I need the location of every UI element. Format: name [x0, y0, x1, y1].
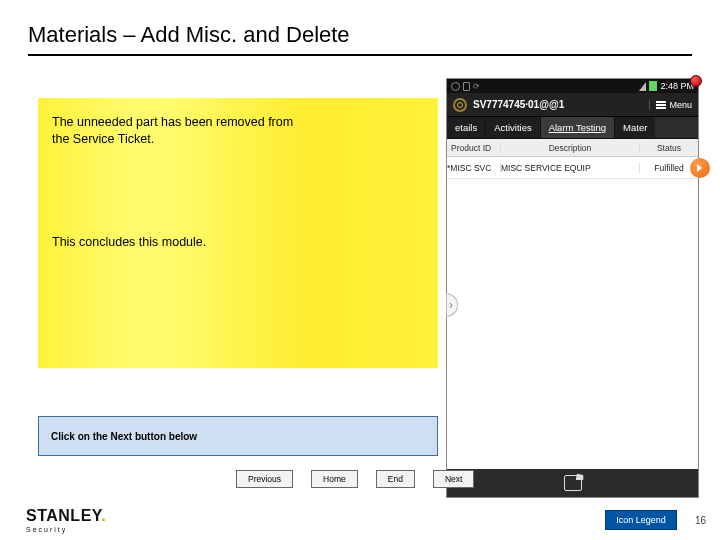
tab-activities-label: Activities [494, 122, 531, 133]
page-number: 16 [695, 515, 706, 526]
phone-screenshot: ⟳ 2:48 PM SV7774745·01@@1 Menu etails Ac… [446, 78, 699, 498]
brand-logo: STANLEY. Security [26, 507, 106, 533]
menu-button[interactable]: Menu [649, 100, 692, 110]
refresh-icon: ⟳ [473, 82, 480, 91]
phone-status-bar: ⟳ 2:48 PM [447, 79, 698, 93]
menu-label: Menu [669, 100, 692, 110]
hamburger-icon [656, 101, 666, 109]
home-button[interactable]: Home [311, 470, 358, 488]
brand-dot-icon: . [101, 507, 106, 524]
materials-column-header: Product ID Description Status [447, 139, 698, 157]
tab-alarm-testing[interactable]: Alarm Testing [541, 117, 615, 138]
phone-tab-bar: etails Activities Alarm Testing Mater [447, 117, 698, 139]
page-title: Materials – Add Misc. and Delete [28, 22, 692, 56]
brand-subtitle: Security [26, 526, 106, 533]
phone-title-bar: SV7774745·01@@1 Menu [447, 93, 698, 117]
table-row[interactable]: *MISC SVC MISC SERVICE EQUIP Fulfilled [447, 157, 698, 179]
tab-materials-label: Mater [623, 122, 647, 133]
arrow-right-icon [695, 163, 705, 173]
cell-product-id: *MISC SVC [447, 163, 501, 173]
prompt-box: Click on the Next button below [38, 416, 438, 456]
col-product-id: Product ID [447, 143, 501, 153]
app-logo-icon [453, 98, 467, 112]
cell-description: MISC SERVICE EQUIP [501, 163, 640, 173]
icon-legend-button[interactable]: Icon Legend [605, 510, 677, 530]
instruction-callout: The unneeded part has been removed from … [38, 98, 438, 368]
next-button[interactable]: Next [433, 470, 474, 488]
callout-text-2: This concludes this module. [52, 234, 424, 251]
tab-materials[interactable]: Mater [615, 117, 655, 138]
row-action-button[interactable] [690, 158, 710, 178]
col-status: Status [640, 143, 698, 153]
battery-icon [649, 81, 657, 91]
col-description: Description [501, 143, 640, 153]
location-icon [451, 82, 460, 91]
ticket-id-label: SV7774745·01@@1 [473, 99, 564, 110]
tab-activities[interactable]: Activities [486, 117, 540, 138]
highlight-dot-icon [690, 75, 702, 87]
expand-handle-icon[interactable] [446, 293, 458, 317]
tab-details[interactable]: etails [447, 117, 486, 138]
brand-name: STANLEY [26, 507, 101, 524]
prompt-text: Click on the Next button below [51, 431, 197, 442]
nav-button-row: Previous Home End Next [236, 470, 474, 488]
edit-icon[interactable] [564, 475, 582, 491]
callout-text-1: The unneeded part has been removed from … [52, 114, 312, 148]
phone-footer-bar [447, 469, 698, 497]
tab-details-label: etails [455, 122, 477, 133]
previous-button[interactable]: Previous [236, 470, 293, 488]
sync-icon [463, 82, 470, 91]
slide-footer: STANLEY. Security Icon Legend 16 [0, 500, 720, 540]
tab-alarm-label: Alarm Testing [549, 122, 606, 133]
clock-label: 2:48 PM [660, 81, 694, 91]
signal-icon [639, 82, 646, 91]
end-button[interactable]: End [376, 470, 415, 488]
